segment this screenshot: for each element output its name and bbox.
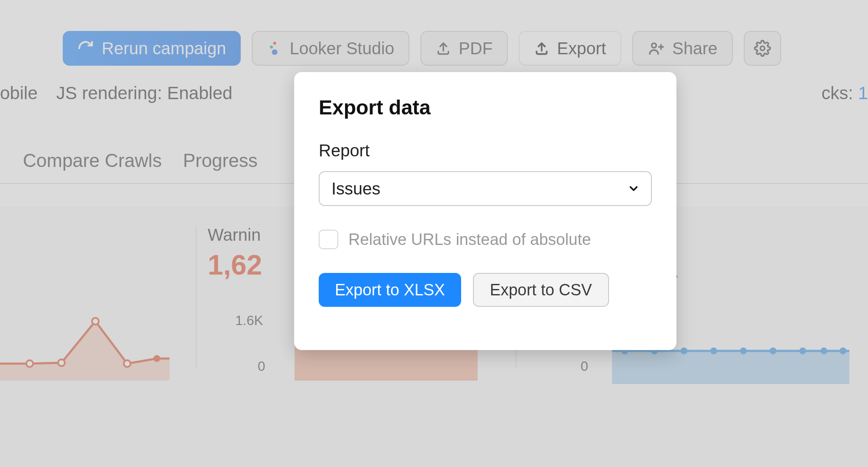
report-select-value: Issues [331, 179, 381, 198]
relative-urls-row[interactable]: Relative URLs instead of absolute [319, 230, 652, 249]
report-field-label: Report [319, 141, 652, 160]
report-select[interactable]: Issues [319, 171, 652, 206]
relative-urls-label: Relative URLs instead of absolute [348, 231, 591, 249]
export-csv-button[interactable]: Export to CSV [473, 273, 609, 307]
relative-urls-checkbox[interactable] [319, 230, 338, 249]
export-modal: Export data Report Issues Relative URLs … [294, 72, 676, 350]
modal-actions: Export to XLSX Export to CSV [319, 273, 652, 307]
export-xlsx-button[interactable]: Export to XLSX [319, 273, 461, 307]
chevron-down-icon [627, 182, 640, 195]
modal-title: Export data [319, 96, 652, 119]
